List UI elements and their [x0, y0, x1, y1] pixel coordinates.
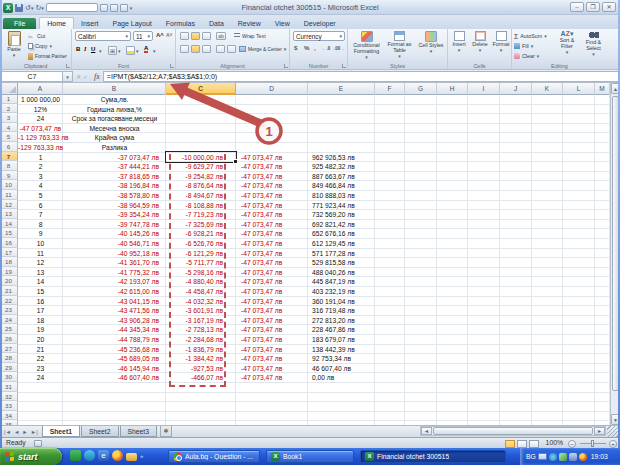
merge-center-button[interactable]: Merge & Center▾	[239, 44, 286, 54]
cell-E25[interactable]: 228 467,86 лв	[308, 325, 375, 335]
cell-D22[interactable]: -47 073,47 лв	[236, 297, 308, 307]
cell-B7[interactable]: -37 073,47 лв	[63, 153, 166, 163]
horizontal-scrollbar[interactable]: ◄ ►	[420, 426, 606, 436]
cell-A1[interactable]: 1 000 000,00	[18, 95, 63, 105]
increase-indent-icon[interactable]	[227, 45, 236, 53]
cell-E9[interactable]: 887 663,67 лв	[308, 172, 375, 182]
grow-font-icon[interactable]: A˄	[156, 32, 164, 38]
column-header-G[interactable]: G	[405, 83, 437, 95]
cell-B9[interactable]: -37 818,65 лв	[63, 172, 166, 182]
row-header-24[interactable]: 24	[0, 315, 18, 325]
cell-D8[interactable]: -47 073,47 лв	[236, 162, 308, 172]
cell-B22[interactable]: -43 041,15 лв	[63, 297, 166, 307]
cell-A12[interactable]: 6	[18, 201, 63, 211]
cell-E26[interactable]: 183 679,07 лв	[308, 335, 375, 345]
cell-B14[interactable]: -39 747,78 лв	[63, 220, 166, 230]
cell-B28[interactable]: -45 689,05 лв	[63, 354, 166, 364]
tab-formulas[interactable]: Formulas	[159, 18, 202, 29]
cell-D13[interactable]: -47 073,47 лв	[236, 210, 308, 220]
taskbar-button-3[interactable]: XFinancial otchet 300515	[360, 450, 506, 463]
cell-D20[interactable]: -47 073,47 лв	[236, 277, 308, 287]
save-icon[interactable]	[15, 4, 23, 12]
cell-D16[interactable]: -47 073,47 лв	[236, 239, 308, 249]
accounting-format-icon[interactable]: $	[294, 45, 297, 51]
row-header-30[interactable]: 30	[0, 372, 18, 382]
row-header-20[interactable]: 20	[0, 276, 18, 286]
row-header-16[interactable]: 16	[0, 238, 18, 248]
sheet-tab-sheet3[interactable]: Sheet3	[120, 426, 158, 437]
column-header-F[interactable]: F	[375, 83, 405, 95]
cell-E13[interactable]: 732 569,20 лв	[308, 210, 375, 220]
undo-icon[interactable]: ↺▾	[25, 2, 33, 14]
cell-A28[interactable]: 22	[18, 354, 63, 364]
tab-view[interactable]: View	[268, 18, 297, 29]
taskbar-button-2[interactable]: XBook1	[266, 450, 354, 463]
wrap-text-button[interactable]: Wrap Text	[234, 31, 266, 41]
underline-dropdown-icon[interactable]: ▾	[99, 48, 102, 54]
row-header-17[interactable]: 17	[0, 248, 18, 258]
cell-B19[interactable]: -41 775,32 лв	[63, 268, 166, 278]
cell-D24[interactable]: -47 073,47 лв	[236, 316, 308, 326]
cell-E22[interactable]: 360 191,04 лв	[308, 297, 375, 307]
next-sheet-icon[interactable]: ►	[22, 429, 27, 435]
column-header-E[interactable]: E	[308, 83, 375, 95]
zoom-out-icon[interactable]: −	[568, 440, 576, 448]
sort-filter-button[interactable]: AZ▾ Sort & Filter▾	[554, 31, 580, 55]
align-left-icon[interactable]	[180, 45, 189, 53]
column-header-H[interactable]: H	[437, 83, 468, 95]
cell-E16[interactable]: 612 129,45 лв	[308, 239, 375, 249]
cell-A13[interactable]: 7	[18, 210, 63, 220]
borders-dropdown-icon[interactable]: ▾	[118, 48, 121, 54]
column-header-A[interactable]: A	[18, 83, 63, 95]
row-header-1[interactable]: 1	[0, 95, 18, 104]
column-header-D[interactable]: D	[236, 83, 308, 95]
row-header-14[interactable]: 14	[0, 219, 18, 229]
normal-view-icon[interactable]	[505, 440, 515, 448]
cell-E29[interactable]: 46 607,40 лв	[308, 364, 375, 374]
page-layout-view-icon[interactable]	[517, 440, 527, 448]
cell-B23[interactable]: -43 471,56 лв	[63, 306, 166, 316]
zoom-in-icon[interactable]: +	[609, 440, 617, 448]
qat-icon-1[interactable]	[100, 4, 108, 12]
decrease-decimal-icon[interactable]: .00→	[334, 46, 345, 51]
orientation-icon[interactable]: ab	[216, 32, 226, 40]
cell-D7[interactable]: -47 073,47 лв	[236, 153, 308, 163]
name-box[interactable]: C7	[1, 71, 63, 82]
row-header-6[interactable]: 6	[0, 142, 18, 152]
insert-cells-button[interactable]: Insert▾	[449, 31, 469, 53]
prev-sheet-icon[interactable]: ◄	[14, 429, 19, 435]
tray-icon-2[interactable]	[559, 453, 567, 461]
fill-button[interactable]: Fill▾	[514, 41, 547, 51]
row-header-21[interactable]: 21	[0, 286, 18, 296]
align-bottom-icon[interactable]	[202, 32, 211, 40]
cell-E21[interactable]: 403 232,19 лв	[308, 287, 375, 297]
row-header-8[interactable]: 8	[0, 161, 18, 171]
cell-A17[interactable]: 11	[18, 249, 63, 259]
cell-D25[interactable]: -47 073,47 лв	[236, 325, 308, 335]
decrease-indent-icon[interactable]	[216, 45, 225, 53]
row-header-19[interactable]: 19	[0, 267, 18, 277]
row-header-3[interactable]: 3	[0, 113, 18, 123]
cell-D9[interactable]: -47 073,47 лв	[236, 172, 308, 182]
tab-insert[interactable]: Insert	[74, 18, 106, 29]
name-box-dropdown-icon[interactable]: ▾	[63, 71, 73, 82]
format-painter-button[interactable]: Format Painter	[28, 51, 67, 61]
cancel-icon[interactable]: ✕	[76, 73, 81, 80]
column-header-J[interactable]: J	[500, 83, 532, 95]
cell-D11[interactable]: -47 073,47 лв	[236, 191, 308, 201]
cell-E27[interactable]: 138 442,39 лв	[308, 345, 375, 355]
align-right-icon[interactable]	[202, 45, 211, 53]
cell-B5[interactable]: Крайна сума	[63, 133, 166, 143]
close-button[interactable]: ✕	[602, 2, 616, 12]
cell-A3[interactable]: 24	[18, 114, 63, 124]
cell-A7[interactable]: 1	[18, 153, 63, 163]
cell-A14[interactable]: 8	[18, 220, 63, 230]
cell-A30[interactable]: 24	[18, 373, 63, 383]
cell-E17[interactable]: 571 177,28 лв	[308, 249, 375, 259]
row-header-31[interactable]: 31	[0, 382, 18, 392]
cell-B10[interactable]: -38 196,84 лв	[63, 181, 166, 191]
conditional-formatting-button[interactable]: Conditional Formatting▾	[350, 31, 383, 60]
minimize-button[interactable]: –	[570, 2, 584, 12]
row-header-15[interactable]: 15	[0, 228, 18, 238]
row-header-34[interactable]: 34	[0, 411, 18, 421]
